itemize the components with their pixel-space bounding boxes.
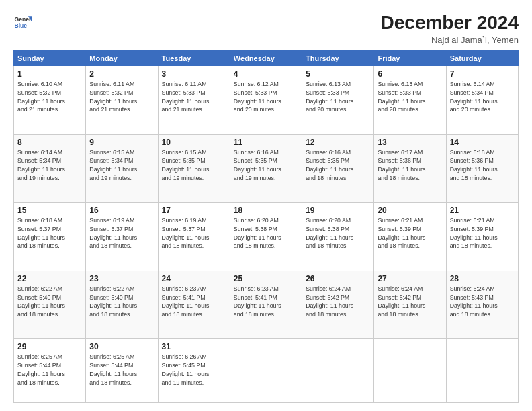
calendar-cell: 15Sunrise: 6:18 AM Sunset: 5:37 PM Dayli…: [14, 203, 86, 271]
calendar-cell: [374, 339, 446, 403]
day-info: Sunrise: 6:26 AM Sunset: 5:45 PM Dayligh…: [162, 353, 226, 387]
calendar-header-cell: Tuesday: [158, 51, 230, 66]
calendar-header-cell: Sunday: [14, 51, 86, 66]
calendar-cell: [446, 339, 518, 403]
page: General Blue December 2024 Najd al Jama`…: [0, 0, 532, 411]
calendar-cell: 4Sunrise: 6:12 AM Sunset: 5:33 PM Daylig…: [230, 66, 302, 135]
day-info: Sunrise: 6:19 AM Sunset: 5:37 PM Dayligh…: [89, 216, 154, 250]
calendar-cell: [302, 339, 374, 403]
header: General Blue December 2024 Najd al Jama`…: [13, 12, 519, 45]
calendar-cell: 20Sunrise: 6:21 AM Sunset: 5:39 PM Dayli…: [374, 203, 446, 271]
day-info: Sunrise: 6:17 AM Sunset: 5:36 PM Dayligh…: [378, 148, 442, 183]
day-info: Sunrise: 6:24 AM Sunset: 5:42 PM Dayligh…: [378, 285, 442, 319]
calendar-cell: 5Sunrise: 6:13 AM Sunset: 5:33 PM Daylig…: [302, 66, 374, 135]
day-number: 5: [306, 69, 370, 79]
calendar-cell: 13Sunrise: 6:17 AM Sunset: 5:36 PM Dayli…: [374, 134, 446, 203]
calendar-cell: 16Sunrise: 6:19 AM Sunset: 5:37 PM Dayli…: [86, 203, 158, 271]
day-info: Sunrise: 6:10 AM Sunset: 5:32 PM Dayligh…: [17, 80, 82, 114]
day-number: 22: [17, 274, 82, 283]
day-info: Sunrise: 6:11 AM Sunset: 5:32 PM Dayligh…: [89, 80, 154, 114]
calendar-header-cell: Monday: [86, 51, 158, 66]
day-info: Sunrise: 6:16 AM Sunset: 5:35 PM Dayligh…: [234, 148, 298, 183]
day-number: 16: [89, 205, 154, 215]
day-number: 9: [89, 138, 154, 147]
calendar-cell: 25Sunrise: 6:23 AM Sunset: 5:41 PM Dayli…: [230, 271, 302, 339]
day-info: Sunrise: 6:14 AM Sunset: 5:34 PM Dayligh…: [450, 80, 515, 114]
day-info: Sunrise: 6:13 AM Sunset: 5:33 PM Dayligh…: [306, 80, 370, 114]
calendar-cell: 28Sunrise: 6:24 AM Sunset: 5:43 PM Dayli…: [446, 271, 518, 339]
calendar-table: SundayMondayTuesdayWednesdayThursdayFrid…: [13, 50, 519, 403]
day-info: Sunrise: 6:21 AM Sunset: 5:39 PM Dayligh…: [450, 216, 515, 250]
day-info: Sunrise: 6:18 AM Sunset: 5:37 PM Dayligh…: [17, 216, 82, 250]
day-number: 10: [162, 138, 226, 147]
calendar-cell: [230, 339, 302, 403]
day-number: 25: [234, 274, 298, 283]
calendar-cell: 19Sunrise: 6:20 AM Sunset: 5:38 PM Dayli…: [302, 203, 374, 271]
day-info: Sunrise: 6:14 AM Sunset: 5:34 PM Dayligh…: [17, 148, 82, 183]
calendar-cell: 7Sunrise: 6:14 AM Sunset: 5:34 PM Daylig…: [446, 66, 518, 135]
day-number: 26: [306, 274, 370, 283]
day-number: 30: [89, 342, 154, 351]
calendar-cell: 24Sunrise: 6:23 AM Sunset: 5:41 PM Dayli…: [158, 271, 230, 339]
calendar-header-cell: Wednesday: [230, 51, 302, 66]
day-number: 17: [162, 205, 226, 215]
calendar-cell: 23Sunrise: 6:22 AM Sunset: 5:40 PM Dayli…: [86, 271, 158, 339]
calendar-cell: 6Sunrise: 6:13 AM Sunset: 5:33 PM Daylig…: [374, 66, 446, 135]
calendar-cell: 21Sunrise: 6:21 AM Sunset: 5:39 PM Dayli…: [446, 203, 518, 271]
day-number: 14: [450, 138, 515, 147]
calendar-cell: 29Sunrise: 6:25 AM Sunset: 5:44 PM Dayli…: [14, 339, 86, 403]
day-number: 8: [17, 138, 82, 147]
day-number: 1: [17, 69, 82, 79]
day-number: 31: [162, 342, 226, 351]
day-info: Sunrise: 6:25 AM Sunset: 5:44 PM Dayligh…: [17, 353, 82, 387]
calendar-header-cell: Thursday: [302, 51, 374, 66]
day-number: 2: [89, 69, 154, 79]
calendar-cell: 12Sunrise: 6:16 AM Sunset: 5:35 PM Dayli…: [302, 134, 374, 203]
day-number: 15: [17, 205, 82, 215]
day-number: 6: [378, 69, 442, 79]
day-info: Sunrise: 6:20 AM Sunset: 5:38 PM Dayligh…: [234, 216, 298, 250]
day-info: Sunrise: 6:22 AM Sunset: 5:40 PM Dayligh…: [17, 285, 82, 319]
calendar-cell: 18Sunrise: 6:20 AM Sunset: 5:38 PM Dayli…: [230, 203, 302, 271]
calendar-cell: 17Sunrise: 6:19 AM Sunset: 5:37 PM Dayli…: [158, 203, 230, 271]
day-number: 7: [450, 69, 515, 79]
calendar-cell: 22Sunrise: 6:22 AM Sunset: 5:40 PM Dayli…: [14, 271, 86, 339]
day-info: Sunrise: 6:23 AM Sunset: 5:41 PM Dayligh…: [234, 285, 298, 319]
calendar-cell: 27Sunrise: 6:24 AM Sunset: 5:42 PM Dayli…: [374, 271, 446, 339]
day-info: Sunrise: 6:20 AM Sunset: 5:38 PM Dayligh…: [306, 216, 370, 250]
calendar-cell: 10Sunrise: 6:15 AM Sunset: 5:35 PM Dayli…: [158, 134, 230, 203]
day-info: Sunrise: 6:13 AM Sunset: 5:33 PM Dayligh…: [378, 80, 442, 114]
calendar-cell: 8Sunrise: 6:14 AM Sunset: 5:34 PM Daylig…: [14, 134, 86, 203]
day-info: Sunrise: 6:24 AM Sunset: 5:42 PM Dayligh…: [306, 285, 370, 319]
day-number: 23: [89, 274, 154, 283]
day-number: 4: [234, 69, 298, 79]
calendar-cell: 2Sunrise: 6:11 AM Sunset: 5:32 PM Daylig…: [86, 66, 158, 135]
day-info: Sunrise: 6:21 AM Sunset: 5:39 PM Dayligh…: [378, 216, 442, 250]
day-info: Sunrise: 6:22 AM Sunset: 5:40 PM Dayligh…: [89, 285, 154, 319]
day-info: Sunrise: 6:19 AM Sunset: 5:37 PM Dayligh…: [162, 216, 226, 250]
day-info: Sunrise: 6:12 AM Sunset: 5:33 PM Dayligh…: [234, 80, 298, 114]
logo: General Blue: [13, 12, 32, 31]
calendar-cell: 3Sunrise: 6:11 AM Sunset: 5:33 PM Daylig…: [158, 66, 230, 135]
calendar-header-row: SundayMondayTuesdayWednesdayThursdayFrid…: [14, 51, 519, 66]
day-number: 21: [450, 205, 515, 215]
calendar-cell: 14Sunrise: 6:18 AM Sunset: 5:36 PM Dayli…: [446, 134, 518, 203]
day-number: 11: [234, 138, 298, 147]
svg-text:Blue: Blue: [15, 22, 28, 29]
day-number: 13: [378, 138, 442, 147]
day-number: 12: [306, 138, 370, 147]
day-info: Sunrise: 6:25 AM Sunset: 5:44 PM Dayligh…: [89, 353, 154, 387]
day-info: Sunrise: 6:15 AM Sunset: 5:34 PM Dayligh…: [89, 148, 154, 183]
main-title: December 2024: [381, 12, 519, 34]
day-number: 24: [162, 274, 226, 283]
title-block: December 2024 Najd al Jama`i, Yemen: [381, 12, 519, 45]
calendar-cell: 1Sunrise: 6:10 AM Sunset: 5:32 PM Daylig…: [14, 66, 86, 135]
calendar-cell: 31Sunrise: 6:26 AM Sunset: 5:45 PM Dayli…: [158, 339, 230, 403]
day-number: 3: [162, 69, 226, 79]
calendar-cell: 30Sunrise: 6:25 AM Sunset: 5:44 PM Dayli…: [86, 339, 158, 403]
day-info: Sunrise: 6:18 AM Sunset: 5:36 PM Dayligh…: [450, 148, 515, 183]
day-info: Sunrise: 6:23 AM Sunset: 5:41 PM Dayligh…: [162, 285, 226, 319]
calendar-header-cell: Saturday: [446, 51, 518, 66]
day-info: Sunrise: 6:11 AM Sunset: 5:33 PM Dayligh…: [162, 80, 226, 114]
calendar-body: 1Sunrise: 6:10 AM Sunset: 5:32 PM Daylig…: [14, 66, 519, 403]
